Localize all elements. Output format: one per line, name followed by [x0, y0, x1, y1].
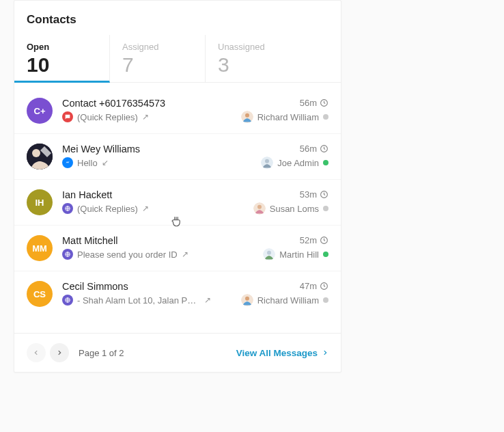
arrow-out-icon: ↗: [142, 204, 149, 213]
tab-label: Open: [27, 42, 97, 52]
tab-count: 7: [122, 53, 193, 77]
row-main: Ian Hackett (Quick Replies) ↗: [62, 189, 233, 214]
tab-label: Unassigned: [218, 42, 289, 52]
message-text: (Quick Replies): [77, 204, 138, 214]
arrow-in-icon: ↙: [102, 158, 109, 167]
svg-point-8: [265, 159, 269, 163]
chat-icon: [62, 111, 73, 122]
time-line: 47m: [233, 281, 328, 291]
svg-point-2: [245, 113, 249, 118]
messenger-icon: [62, 157, 73, 168]
tab-label: Assigned: [122, 42, 193, 52]
time-text: 47m: [300, 281, 317, 291]
clock-icon: [320, 190, 328, 199]
contact-name: Ian Hackett: [62, 189, 233, 200]
message-text: (Quick Replies): [77, 112, 138, 122]
row-main: Cecil Simmons - Shah Alam Lot 10, Jalan …: [62, 281, 233, 306]
row-main: Mei Wey Williams Hello ↙: [62, 144, 233, 168]
clock-icon: [320, 236, 328, 245]
tab-assigned[interactable]: Assigned 7: [110, 35, 206, 82]
contact-row[interactable]: MM Matt Mitchell Please send you order I…: [14, 225, 341, 271]
row-main: Contact +60176354573 (Quick Replies) ↗: [62, 98, 233, 122]
message-line: Please send you order ID ↗: [62, 249, 233, 260]
time-line: 56m: [233, 98, 328, 108]
time-line: 53m: [233, 189, 328, 200]
row-right: 52m Martin Hill: [233, 235, 328, 260]
row-main: Matt Mitchell Please send you order ID ↗: [62, 235, 233, 260]
svg-point-16: [267, 251, 271, 255]
tab-open[interactable]: Open 10: [14, 35, 110, 83]
assignee-avatar: [253, 202, 266, 215]
svg-point-4: [32, 149, 40, 157]
contact-name: Contact +60176354573: [62, 98, 233, 109]
chevron-right-icon: [322, 349, 328, 356]
message-line: Hello ↙: [62, 157, 233, 168]
footer: Page 1 of 2 View All Messages: [14, 333, 341, 372]
contact-name: Matt Mitchell: [62, 235, 233, 246]
row-right: 53m Susan Loms: [233, 189, 328, 215]
assignee-avatar: [263, 248, 275, 260]
panel-title: Contacts: [27, 13, 328, 27]
web-icon: [62, 295, 73, 306]
row-right: 47m Richard William: [233, 281, 328, 306]
time-text: 52m: [300, 235, 317, 245]
message-line: - Shah Alam Lot 10, Jalan Pem… ↗: [62, 295, 233, 306]
contact-name: Cecil Simmons: [62, 281, 233, 292]
contacts-panel: Contacts Open 10 Assigned 7 Unassigned 3…: [14, 0, 341, 373]
time-line: 56m: [233, 144, 328, 154]
time-text: 53m: [300, 189, 317, 200]
assignee-name: Richard William: [257, 295, 319, 306]
contact-name: Mei Wey Williams: [62, 144, 233, 154]
avatar: MM: [27, 235, 53, 261]
assignee-name: Martin Hill: [279, 249, 319, 260]
row-right: 56m Joe Admin: [233, 144, 328, 169]
row-right: 56m Richard William: [233, 98, 328, 123]
web-icon: [62, 203, 73, 214]
contact-row[interactable]: Mei Wey Williams Hello ↙ 56m Joe Admin: [14, 133, 341, 179]
contact-row[interactable]: CS Cecil Simmons - Shah Alam Lot 10, Jal…: [14, 271, 341, 316]
prev-page-button[interactable]: [27, 343, 46, 362]
assignee-avatar: [261, 157, 273, 169]
clock-icon: [320, 282, 328, 291]
avatar: CS: [27, 281, 53, 307]
time-line: 52m: [233, 235, 328, 245]
status-dot: [323, 114, 328, 120]
assignee-avatar: [241, 294, 253, 306]
time-text: 56m: [300, 98, 317, 108]
avatar: IH: [27, 189, 53, 215]
assignee-line: Susan Loms: [233, 202, 328, 215]
status-dot: [323, 252, 328, 257]
arrow-out-icon: ↗: [204, 295, 211, 305]
svg-point-12: [257, 205, 262, 209]
tab-unassigned[interactable]: Unassigned 3: [206, 35, 301, 82]
message-line: (Quick Replies) ↗: [62, 203, 233, 214]
message-text: - Shah Alam Lot 10, Jalan Pem…: [77, 295, 200, 306]
clock-icon: [320, 98, 328, 107]
tab-count: 3: [218, 53, 289, 77]
view-all-link[interactable]: View All Messages: [236, 348, 328, 358]
arrow-out-icon: ↗: [182, 249, 188, 259]
web-icon: [62, 249, 73, 260]
assignee-avatar: [241, 111, 253, 123]
clock-icon: [320, 144, 328, 153]
assignee-name: Joe Admin: [277, 158, 319, 168]
contact-row[interactable]: C+ Contact +60176354573 (Quick Replies) …: [14, 83, 341, 133]
next-page-button[interactable]: [50, 343, 69, 362]
assignee-line: Richard William: [233, 294, 328, 306]
avatar: C+: [27, 98, 53, 124]
message-text: Hello: [77, 158, 98, 168]
tab-count: 10: [27, 53, 97, 77]
contact-list: C+ Contact +60176354573 (Quick Replies) …: [14, 83, 341, 321]
page-indicator: Page 1 of 2: [79, 348, 124, 358]
status-dot: [323, 160, 328, 165]
avatar: [27, 144, 53, 170]
panel-header: Contacts: [14, 1, 341, 35]
message-text: Please send you order ID: [77, 249, 178, 260]
contact-row[interactable]: IH Ian Hackett (Quick Replies) ↗ 53m: [14, 179, 341, 225]
assignee-name: Richard William: [257, 112, 319, 122]
assignee-line: Martin Hill: [233, 248, 328, 260]
status-dot: [323, 297, 328, 303]
assignee-line: Richard William: [233, 111, 328, 123]
view-all-label: View All Messages: [236, 348, 318, 358]
time-text: 56m: [300, 144, 317, 154]
